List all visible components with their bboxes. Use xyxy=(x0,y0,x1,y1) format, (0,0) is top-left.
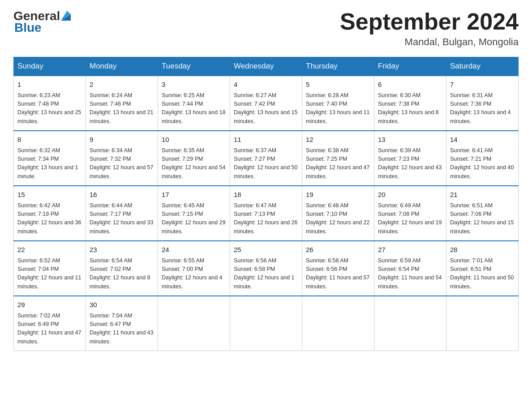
calendar-cell: 17Sunrise: 6:45 AMSunset: 7:15 PMDayligh… xyxy=(158,186,230,241)
week-row-5: 29Sunrise: 7:02 AMSunset: 6:49 PMDayligh… xyxy=(14,296,519,351)
calendar-cell: 6Sunrise: 6:30 AMSunset: 7:38 PMDaylight… xyxy=(374,76,446,131)
calendar-cell: 3Sunrise: 6:25 AMSunset: 7:44 PMDaylight… xyxy=(158,76,230,131)
calendar-cell: 4Sunrise: 6:27 AMSunset: 7:42 PMDaylight… xyxy=(230,76,302,131)
week-row-2: 8Sunrise: 6:32 AMSunset: 7:34 PMDaylight… xyxy=(14,131,519,186)
week-row-3: 15Sunrise: 6:42 AMSunset: 7:19 PMDayligh… xyxy=(14,186,519,241)
weekday-header-thursday: Thursday xyxy=(302,57,374,76)
day-number: 16 xyxy=(90,190,154,200)
calendar-cell: 16Sunrise: 6:44 AMSunset: 7:17 PMDayligh… xyxy=(86,186,158,241)
weekday-header-row: SundayMondayTuesdayWednesdayThursdayFrid… xyxy=(14,57,519,76)
weekday-header-monday: Monday xyxy=(86,57,158,76)
day-number: 3 xyxy=(162,80,226,90)
day-info: Sunrise: 6:31 AMSunset: 7:36 PMDaylight:… xyxy=(450,91,515,126)
weekday-header-sunday: Sunday xyxy=(14,57,86,76)
day-info: Sunrise: 6:55 AMSunset: 7:00 PMDaylight:… xyxy=(162,257,226,291)
calendar-cell: 2Sunrise: 6:24 AMSunset: 7:46 PMDaylight… xyxy=(86,76,158,131)
calendar-cell: 8Sunrise: 6:32 AMSunset: 7:34 PMDaylight… xyxy=(14,131,86,186)
day-number: 28 xyxy=(450,245,515,255)
day-info: Sunrise: 6:30 AMSunset: 7:38 PMDaylight:… xyxy=(378,91,442,126)
weekday-header-saturday: Saturday xyxy=(446,57,519,76)
calendar-cell: 18Sunrise: 6:47 AMSunset: 7:13 PMDayligh… xyxy=(230,186,302,241)
logo: General Blue xyxy=(13,9,71,35)
day-info: Sunrise: 6:32 AMSunset: 7:34 PMDaylight:… xyxy=(17,146,82,181)
day-number: 23 xyxy=(90,245,154,255)
calendar-cell: 26Sunrise: 6:58 AMSunset: 6:56 PMDayligh… xyxy=(302,241,374,296)
weekday-header-tuesday: Tuesday xyxy=(158,57,230,76)
calendar-cell: 7Sunrise: 6:31 AMSunset: 7:36 PMDaylight… xyxy=(446,76,519,131)
day-number: 12 xyxy=(306,135,370,145)
day-number: 11 xyxy=(234,135,298,145)
calendar-cell: 14Sunrise: 6:41 AMSunset: 7:21 PMDayligh… xyxy=(446,131,519,186)
day-info: Sunrise: 6:52 AMSunset: 7:04 PMDaylight:… xyxy=(17,257,82,291)
calendar-cell: 20Sunrise: 6:49 AMSunset: 7:08 PMDayligh… xyxy=(374,186,446,241)
day-number: 4 xyxy=(234,80,298,90)
calendar-cell: 28Sunrise: 7:01 AMSunset: 6:51 PMDayligh… xyxy=(446,241,519,296)
day-number: 14 xyxy=(450,135,515,145)
day-info: Sunrise: 6:41 AMSunset: 7:21 PMDaylight:… xyxy=(450,146,515,181)
day-number: 10 xyxy=(162,135,226,145)
calendar-cell: 21Sunrise: 6:51 AMSunset: 7:06 PMDayligh… xyxy=(446,186,519,241)
day-number: 8 xyxy=(17,135,82,145)
day-number: 20 xyxy=(378,190,442,200)
day-number: 15 xyxy=(17,190,82,200)
calendar-cell: 5Sunrise: 6:28 AMSunset: 7:40 PMDaylight… xyxy=(302,76,374,131)
day-number: 19 xyxy=(306,190,370,200)
day-number: 25 xyxy=(234,245,298,255)
day-number: 24 xyxy=(162,245,226,255)
weekday-header-friday: Friday xyxy=(374,57,446,76)
day-info: Sunrise: 6:45 AMSunset: 7:15 PMDaylight:… xyxy=(162,201,226,236)
calendar-cell xyxy=(446,296,519,351)
day-info: Sunrise: 6:35 AMSunset: 7:29 PMDaylight:… xyxy=(162,146,226,181)
day-info: Sunrise: 6:25 AMSunset: 7:44 PMDaylight:… xyxy=(162,91,226,126)
day-info: Sunrise: 6:59 AMSunset: 6:54 PMDaylight:… xyxy=(378,257,442,291)
calendar-cell: 13Sunrise: 6:39 AMSunset: 7:23 PMDayligh… xyxy=(374,131,446,186)
location-title: Mandal, Bulgan, Mongolia xyxy=(340,36,519,48)
logo-icon xyxy=(61,11,71,21)
day-info: Sunrise: 7:01 AMSunset: 6:51 PMDaylight:… xyxy=(450,257,515,291)
calendar-cell xyxy=(158,296,230,351)
day-number: 26 xyxy=(306,245,370,255)
day-number: 6 xyxy=(378,80,442,90)
day-info: Sunrise: 6:58 AMSunset: 6:56 PMDaylight:… xyxy=(306,257,370,291)
day-number: 30 xyxy=(90,300,154,310)
calendar-cell: 11Sunrise: 6:37 AMSunset: 7:27 PMDayligh… xyxy=(230,131,302,186)
day-info: Sunrise: 6:37 AMSunset: 7:27 PMDaylight:… xyxy=(234,146,298,181)
day-number: 17 xyxy=(162,190,226,200)
day-info: Sunrise: 6:39 AMSunset: 7:23 PMDaylight:… xyxy=(378,146,442,181)
calendar-cell: 19Sunrise: 6:48 AMSunset: 7:10 PMDayligh… xyxy=(302,186,374,241)
day-info: Sunrise: 6:28 AMSunset: 7:40 PMDaylight:… xyxy=(306,91,370,126)
day-number: 7 xyxy=(450,80,515,90)
calendar-cell: 12Sunrise: 6:38 AMSunset: 7:25 PMDayligh… xyxy=(302,131,374,186)
week-row-1: 1Sunrise: 6:23 AMSunset: 7:48 PMDaylight… xyxy=(14,76,519,131)
calendar-cell: 10Sunrise: 6:35 AMSunset: 7:29 PMDayligh… xyxy=(158,131,230,186)
calendar-cell: 29Sunrise: 7:02 AMSunset: 6:49 PMDayligh… xyxy=(14,296,86,351)
day-info: Sunrise: 7:04 AMSunset: 6:47 PMDaylight:… xyxy=(90,312,154,347)
calendar-cell: 27Sunrise: 6:59 AMSunset: 6:54 PMDayligh… xyxy=(374,241,446,296)
weekday-header-wednesday: Wednesday xyxy=(230,57,302,76)
calendar-cell: 23Sunrise: 6:54 AMSunset: 7:02 PMDayligh… xyxy=(86,241,158,296)
page-header: General Blue September 2024 Mandal, Bulg… xyxy=(13,9,519,48)
day-info: Sunrise: 6:48 AMSunset: 7:10 PMDaylight:… xyxy=(306,201,370,236)
day-info: Sunrise: 6:47 AMSunset: 7:13 PMDaylight:… xyxy=(234,201,298,236)
calendar-cell: 25Sunrise: 6:56 AMSunset: 6:58 PMDayligh… xyxy=(230,241,302,296)
day-info: Sunrise: 6:56 AMSunset: 6:58 PMDaylight:… xyxy=(234,257,298,291)
logo-blue-text: Blue xyxy=(14,21,42,35)
day-info: Sunrise: 6:42 AMSunset: 7:19 PMDaylight:… xyxy=(17,201,82,236)
day-info: Sunrise: 6:23 AMSunset: 7:48 PMDaylight:… xyxy=(17,91,82,126)
day-number: 29 xyxy=(17,300,82,310)
calendar-cell: 9Sunrise: 6:34 AMSunset: 7:32 PMDaylight… xyxy=(86,131,158,186)
day-number: 13 xyxy=(378,135,442,145)
day-number: 18 xyxy=(234,190,298,200)
day-number: 5 xyxy=(306,80,370,90)
calendar-cell xyxy=(374,296,446,351)
day-info: Sunrise: 6:54 AMSunset: 7:02 PMDaylight:… xyxy=(90,257,154,291)
day-info: Sunrise: 6:38 AMSunset: 7:25 PMDaylight:… xyxy=(306,146,370,181)
day-info: Sunrise: 6:27 AMSunset: 7:42 PMDaylight:… xyxy=(234,91,298,126)
calendar-cell: 22Sunrise: 6:52 AMSunset: 7:04 PMDayligh… xyxy=(14,241,86,296)
calendar-cell: 1Sunrise: 6:23 AMSunset: 7:48 PMDaylight… xyxy=(14,76,86,131)
day-info: Sunrise: 6:44 AMSunset: 7:17 PMDaylight:… xyxy=(90,201,154,236)
day-number: 21 xyxy=(450,190,515,200)
calendar-table: SundayMondayTuesdayWednesdayThursdayFrid… xyxy=(13,57,519,351)
title-block: September 2024 Mandal, Bulgan, Mongolia xyxy=(340,9,519,48)
day-info: Sunrise: 6:34 AMSunset: 7:32 PMDaylight:… xyxy=(90,146,154,181)
